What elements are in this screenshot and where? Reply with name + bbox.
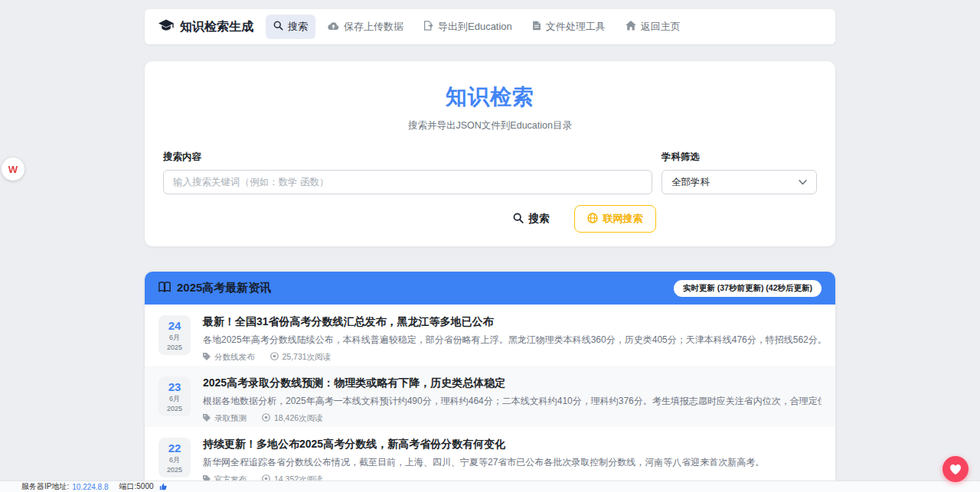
web-search-button[interactable]: 联网搜索 bbox=[574, 205, 656, 233]
server-status-bar: 服务器IP地址: 10.224.8.8 端口:5000 bbox=[0, 481, 980, 492]
favorite-heart-button[interactable] bbox=[942, 456, 969, 482]
nav-item-file-tools[interactable]: 文件处理工具 bbox=[524, 15, 613, 39]
nav-label: 保存上传数据 bbox=[344, 20, 403, 34]
subject-select-value: 全部学科 bbox=[671, 176, 710, 189]
news-item-title[interactable]: 最新！全国31省份高考分数线汇总发布，黑龙江等多地已公布 bbox=[203, 315, 822, 329]
news-section-title: 2025高考最新资讯 bbox=[177, 281, 271, 295]
nav-item-export-education[interactable]: 导出到Education bbox=[416, 15, 520, 39]
page-subtitle: 搜索并导出JSON文件到Education目录 bbox=[163, 119, 817, 132]
nav-item-home[interactable]: 返回主页 bbox=[618, 15, 688, 39]
nav-item-search[interactable]: 搜索 bbox=[266, 15, 315, 39]
cloud-upload-icon bbox=[328, 21, 339, 33]
date-month: 6月 bbox=[169, 394, 180, 404]
tag-icon bbox=[203, 414, 211, 423]
thumbs-up-icon bbox=[159, 483, 167, 490]
page-title: 知识检索 bbox=[163, 83, 817, 112]
home-icon bbox=[626, 21, 636, 33]
search-content-label: 搜索内容 bbox=[163, 151, 652, 164]
news-item-views: 25,731次阅读 bbox=[283, 352, 332, 363]
server-port: 端口:5000 bbox=[119, 481, 154, 492]
search-form: 搜索内容 学科筛选 全部学科 bbox=[163, 151, 817, 194]
news-item-title[interactable]: 持续更新！多地公布2025高考分数线，新高考省份分数有何变化 bbox=[203, 438, 822, 451]
date-year: 2025 bbox=[167, 466, 182, 474]
date-year: 2025 bbox=[167, 344, 182, 351]
search-icon bbox=[513, 213, 524, 226]
nav-label: 导出到Education bbox=[438, 20, 512, 34]
heart-icon bbox=[949, 464, 962, 475]
date-year: 2025 bbox=[167, 405, 182, 412]
w-logo: W bbox=[8, 164, 18, 175]
date-badge: 23 6月 2025 bbox=[158, 376, 191, 416]
news-item[interactable]: 24 6月 2025 最新！全国31省份高考分数线汇总发布，黑龙江等多地已公布 … bbox=[145, 305, 835, 366]
nav-label: 搜索 bbox=[288, 20, 308, 34]
date-day: 22 bbox=[168, 441, 181, 455]
nav-label: 文件处理工具 bbox=[546, 20, 606, 34]
server-ip-value: 10.224.8.8 bbox=[72, 483, 108, 491]
server-ip-label: 服务器IP地址: bbox=[21, 481, 69, 492]
date-badge: 24 6月 2025 bbox=[158, 315, 191, 355]
nav-item-save-upload[interactable]: 保存上传数据 bbox=[320, 15, 411, 39]
nav-menu: 搜索 保存上传数据 导出到Education 文件处理工具 bbox=[266, 15, 688, 39]
book-icon bbox=[158, 282, 171, 295]
date-day: 24 bbox=[168, 319, 181, 332]
live-update-badge: 实时更新 (37秒前更新) (42秒后更新) bbox=[674, 280, 822, 297]
graduation-cap-icon bbox=[158, 19, 174, 34]
search-input[interactable] bbox=[163, 170, 652, 194]
news-item[interactable]: 23 6月 2025 2025高考录取分数线预测：物理类或略有下降，历史类总体稳… bbox=[145, 366, 835, 427]
news-item-views: 18,426次阅读 bbox=[274, 413, 323, 424]
date-badge: 22 6月 2025 bbox=[158, 438, 191, 477]
news-item-tag: 录取预测 bbox=[214, 413, 247, 424]
search-button-label: 搜索 bbox=[529, 212, 550, 226]
date-month: 6月 bbox=[169, 455, 180, 465]
search-actions: 搜索 联网搜索 bbox=[255, 205, 909, 233]
news-item-title[interactable]: 2025高考录取分数线预测：物理类或略有下降，历史类总体稳定 bbox=[203, 376, 822, 390]
news-header: 2025高考最新资讯 实时更新 (37秒前更新) (42秒后更新) bbox=[145, 272, 835, 305]
file-icon bbox=[532, 21, 541, 33]
app-title: 知识检索生成 bbox=[180, 19, 253, 35]
search-icon bbox=[273, 21, 283, 33]
subject-select[interactable]: 全部学科 bbox=[662, 170, 817, 194]
search-button[interactable]: 搜索 bbox=[508, 206, 554, 232]
news-card: 2025高考最新资讯 实时更新 (37秒前更新) (42秒后更新) 24 6月 … bbox=[145, 272, 835, 488]
w-extension-badge[interactable]: W bbox=[2, 158, 24, 181]
news-item-description: 根据各地数据分析，2025年高考一本线文科预计约490分，理科约464分；二本线… bbox=[203, 395, 822, 408]
app-brand: 知识检索生成 bbox=[158, 19, 253, 35]
chevron-down-icon bbox=[799, 177, 807, 187]
news-item-tag: 分数线发布 bbox=[214, 352, 255, 363]
date-month: 6月 bbox=[169, 333, 180, 343]
news-item[interactable]: 22 6月 2025 持续更新！多地公布2025高考分数线，新高考省份分数有何变… bbox=[145, 427, 835, 488]
eye-icon bbox=[262, 413, 270, 423]
file-export-icon bbox=[423, 21, 433, 33]
news-item-description: 新华网全程追踪各省分数线公布情况，截至目前，上海、四川、宁夏等27省市已公布各批… bbox=[203, 456, 822, 469]
nav-label: 返回主页 bbox=[641, 20, 681, 34]
subject-filter-label: 学科筛选 bbox=[662, 151, 817, 164]
web-search-button-label: 联网搜索 bbox=[603, 212, 643, 226]
knowledge-search-card: 知识检索 搜索并导出JSON文件到Education目录 搜索内容 学科筛选 全… bbox=[145, 61, 835, 246]
top-navbar: 知识检索生成 搜索 保存上传数据 导出到Education bbox=[145, 9, 835, 44]
globe-icon bbox=[587, 213, 598, 226]
date-day: 23 bbox=[168, 380, 181, 393]
news-item-description: 各地2025年高考分数线陆续公布，本科线普遍较稳定，部分省份略有上浮。黑龙江物理… bbox=[203, 334, 822, 347]
eye-icon bbox=[270, 352, 279, 362]
tag-icon bbox=[203, 353, 211, 362]
